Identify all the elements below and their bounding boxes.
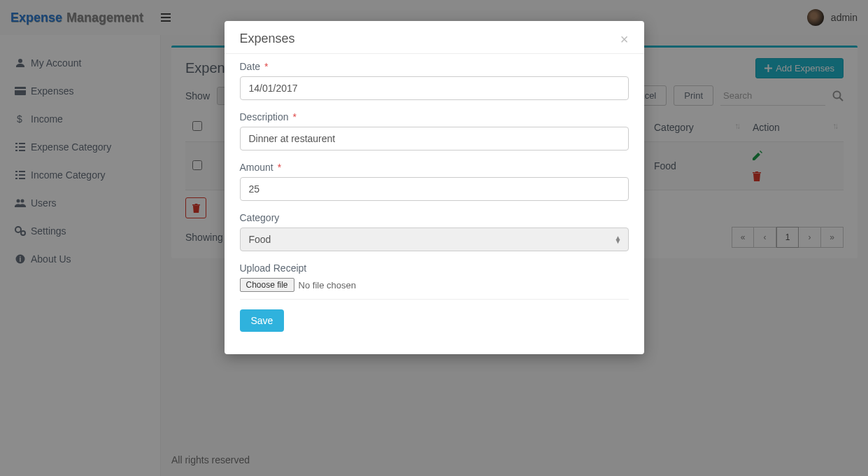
modal-title: Expenses — [240, 31, 295, 46]
choose-file-button[interactable]: Choose file — [240, 278, 294, 292]
amount-input[interactable] — [240, 177, 629, 201]
file-status: No file chosen — [299, 280, 356, 290]
date-input[interactable] — [240, 76, 629, 100]
description-label: Description * — [240, 111, 629, 122]
description-input[interactable] — [240, 127, 629, 150]
modal-overlay[interactable]: Expenses × Date * Description * Amount *… — [0, 0, 868, 476]
upload-label: Upload Receipt — [240, 262, 629, 274]
category-select[interactable]: Food — [240, 227, 629, 251]
date-label: Date * — [240, 61, 629, 72]
close-icon[interactable]: × — [620, 32, 629, 46]
amount-label: Amount * — [240, 162, 629, 173]
category-label: Category — [240, 212, 629, 223]
expenses-modal: Expenses × Date * Description * Amount *… — [225, 21, 644, 354]
save-button[interactable]: Save — [240, 309, 285, 332]
